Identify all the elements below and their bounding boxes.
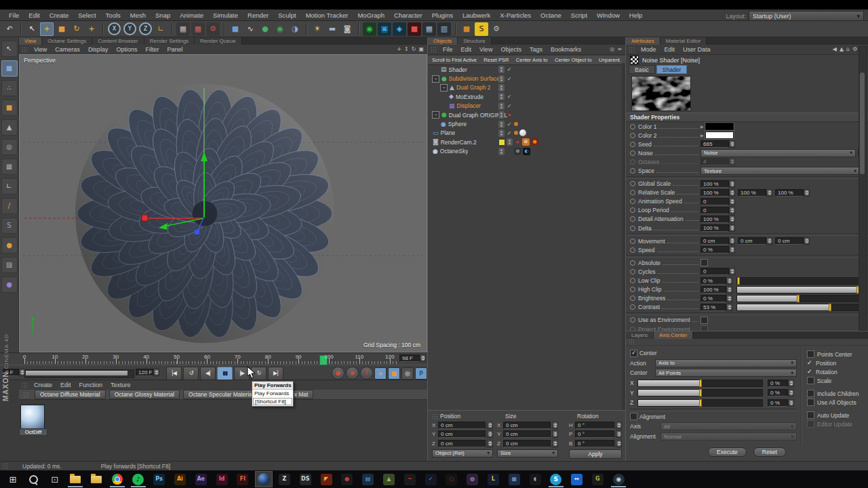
- om-menu-objects[interactable]: Objects: [496, 46, 526, 53]
- light-icon[interactable]: ☀: [311, 22, 324, 36]
- task-view-button[interactable]: ⊡: [46, 471, 64, 487]
- animate-dot-icon[interactable]: [630, 287, 635, 292]
- om-menu-edit[interactable]: Edit: [457, 46, 476, 53]
- generator-icon[interactable]: ●: [258, 22, 272, 36]
- material-name[interactable]: OctDiff: [19, 428, 47, 436]
- tab-view[interactable]: View: [19, 37, 42, 45]
- value-field[interactable]: 0: [701, 268, 729, 275]
- value-stepper[interactable]: [726, 304, 732, 311]
- previous-frame-button[interactable]: ◀|: [200, 367, 216, 380]
- octane-live-viewer-icon[interactable]: ◉: [363, 22, 376, 36]
- coords-value-field[interactable]: 0 cm: [503, 430, 551, 438]
- attribute-scrollbar[interactable]: [859, 46, 867, 331]
- enabled-state-icon[interactable]: ✓: [506, 94, 513, 100]
- value-stepper[interactable]: [729, 180, 735, 188]
- value-field[interactable]: 0: [701, 207, 729, 214]
- value-stepper[interactable]: [729, 216, 735, 223]
- photoshop-icon[interactable]: Ps: [151, 471, 168, 487]
- om-toolbar-center-object-to[interactable]: Center Object to: [555, 57, 592, 63]
- animate-dot-icon[interactable]: [630, 150, 635, 156]
- material-button-octane-specular-material[interactable]: Octane Specular Material: [183, 390, 259, 399]
- key-parameter-toggle[interactable]: P: [415, 367, 427, 380]
- color-swatch[interactable]: [705, 123, 734, 130]
- animate-dot-icon[interactable]: [630, 168, 635, 174]
- magnet-icon[interactable]: ●: [1, 237, 18, 253]
- panel-grip[interactable]: [22, 47, 27, 53]
- indesign-icon[interactable]: Id: [213, 471, 231, 487]
- value-stepper[interactable]: [729, 237, 735, 245]
- alignment-select[interactable]: Normal▼: [660, 432, 797, 441]
- octane-camera-tag-icon[interactable]: ⊘: [522, 138, 530, 146]
- value-stepper[interactable]: [804, 189, 810, 197]
- axis-x-value[interactable]: 0 %: [768, 380, 788, 387]
- visibility-dots-icon[interactable]: [498, 84, 505, 92]
- value-field[interactable]: 0 cm: [775, 237, 804, 245]
- enabled-state-icon[interactable]: ✓: [506, 66, 513, 73]
- coords-value-field[interactable]: 0 cm: [438, 440, 486, 447]
- value-stepper[interactable]: [729, 140, 735, 148]
- tab-content-browser[interactable]: Content Browser: [92, 37, 144, 45]
- material-menu-create[interactable]: Create: [30, 382, 56, 388]
- tree-row-dual-graph-2[interactable]: −▲Dual Graph 2: [428, 83, 625, 92]
- expand-toggle-icon[interactable]: −: [432, 75, 439, 83]
- menu-x-particles[interactable]: X-Particles: [495, 12, 536, 19]
- tab-objects[interactable]: Objects: [428, 37, 458, 45]
- start-button[interactable]: ⊞: [4, 471, 22, 487]
- range-end-stepper[interactable]: [153, 369, 159, 376]
- primitive-cube-icon[interactable]: ■: [229, 22, 242, 36]
- coords-value-field[interactable]: 0 cm: [503, 440, 551, 447]
- flash-icon[interactable]: Fl: [234, 471, 252, 487]
- menu-octane[interactable]: Octane: [536, 12, 566, 19]
- axis-y-slider[interactable]: [637, 389, 763, 396]
- checkbox-absolute[interactable]: [701, 259, 708, 266]
- panel-grip[interactable]: [2, 463, 7, 469]
- after-effects-icon[interactable]: Ae: [192, 471, 210, 487]
- value-stepper[interactable]: [487, 440, 493, 447]
- value-stepper[interactable]: [788, 380, 794, 387]
- convert-tool-icon[interactable]: ↖: [1, 41, 18, 57]
- coords-value-field[interactable]: 0 °: [575, 440, 614, 447]
- value-field[interactable]: 0 cm: [738, 237, 766, 245]
- ruler-icon[interactable]: ∟: [1, 178, 18, 195]
- om-menu-bookmarks[interactable]: Bookmarks: [547, 46, 585, 53]
- animate-dot-icon[interactable]: [630, 199, 635, 204]
- animate-dot-icon[interactable]: [630, 317, 635, 323]
- value-field[interactable]: 100 %: [738, 189, 766, 197]
- octane-objecttag-icon[interactable]: [514, 122, 518, 126]
- mograph-icon[interactable]: ◉: [273, 22, 287, 36]
- menu-simulate[interactable]: Simulate: [208, 12, 243, 19]
- visibility-dots-icon[interactable]: [507, 138, 513, 146]
- coordinate-system-icon[interactable]: ∟: [154, 22, 167, 36]
- points-mode-icon[interactable]: ∴: [1, 80, 18, 96]
- key-rotation-toggle[interactable]: ◎: [401, 367, 414, 380]
- expand-triangle-icon[interactable]: ▶: [701, 134, 704, 138]
- axis-y-value[interactable]: 0 %: [768, 389, 788, 396]
- gem-app-icon[interactable]: ●: [338, 471, 356, 487]
- value-stepper[interactable]: [804, 237, 810, 245]
- menu-mograph[interactable]: MoGraph: [353, 12, 389, 19]
- slider-low-clip[interactable]: [736, 277, 860, 285]
- obs-icon[interactable]: ◉: [610, 471, 627, 487]
- coords-value-field[interactable]: 0 cm: [438, 422, 486, 429]
- move-tool-icon[interactable]: +: [40, 22, 54, 36]
- menu-tools[interactable]: Tools: [101, 12, 125, 19]
- last-tool-icon[interactable]: +: [85, 22, 98, 36]
- animate-dot-icon[interactable]: [630, 278, 635, 283]
- tree-row-subdivision-surface[interactable]: −●Subdivision Surface✓: [428, 74, 625, 83]
- om-menu-tags[interactable]: Tags: [526, 46, 547, 53]
- option-position[interactable]: ✓Position: [807, 359, 865, 367]
- animate-dot-icon[interactable]: [630, 304, 635, 310]
- value-stepper[interactable]: [729, 224, 735, 232]
- value-stepper[interactable]: [729, 268, 735, 275]
- current-frame-stepper[interactable]: [420, 354, 426, 362]
- record-options-button[interactable]: ?: [360, 367, 373, 380]
- viewport-menu-view[interactable]: View: [30, 46, 51, 53]
- value-stepper[interactable]: [552, 440, 558, 447]
- tree-row-rendercam-2[interactable]: ◙RenderCam.2×⊘●: [428, 138, 625, 146]
- checkbox-project-environment[interactable]: [701, 325, 708, 331]
- animate-dot-icon[interactable]: [630, 142, 635, 147]
- floor-icon[interactable]: ▬: [326, 22, 339, 36]
- axis-x-slider[interactable]: [637, 380, 763, 387]
- material-menu-texture[interactable]: Texture: [106, 382, 135, 388]
- expand-toggle-icon[interactable]: −: [440, 84, 448, 92]
